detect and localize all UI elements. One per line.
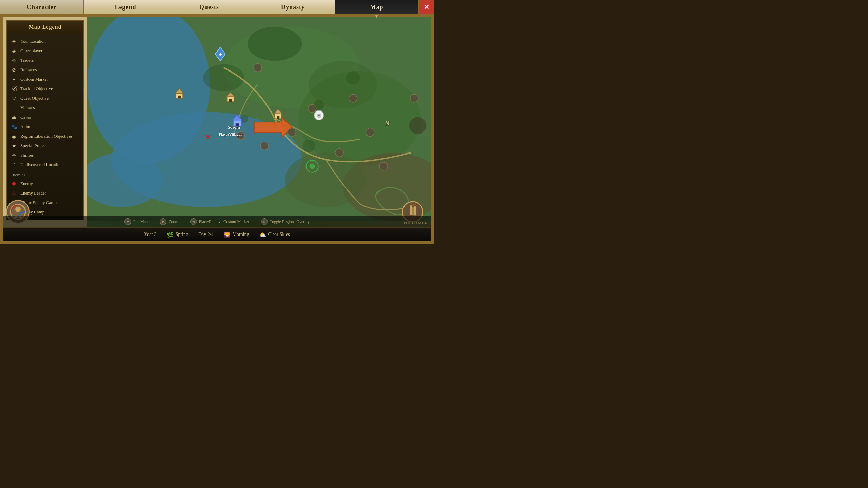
legend-undiscovered-location: ? Undiscovered Location bbox=[10, 160, 80, 169]
hint-pan-map-label: Pan Map bbox=[133, 219, 148, 224]
shrines-icon: ❋ bbox=[10, 151, 18, 159]
copper-ore-icon: ◆ bbox=[318, 56, 325, 63]
legend-shrines: ❋ Shrines bbox=[10, 150, 80, 160]
info-panel: ⊕ Enjirō Rebels Region Liberation benefi… bbox=[313, 20, 428, 68]
weather-icon: ⛅ bbox=[259, 231, 266, 238]
hint-toggle-regions-btn: R bbox=[261, 218, 268, 225]
legend-other-player: ◈ Other player bbox=[10, 46, 80, 56]
region-name: Enjirō Rebels Region bbox=[331, 26, 380, 32]
hint-bar: 🖱 Pan Map 🖱 Zoom 🖱 Place/Remove Custom M… bbox=[3, 216, 431, 227]
region-icon: ⊕ bbox=[318, 24, 328, 34]
legend-your-location: ⊕ Your Location bbox=[10, 37, 80, 46]
legend-villages: ⌂ Villages bbox=[10, 103, 80, 113]
status-weather: ⛅ Clear Skies bbox=[259, 231, 290, 238]
custom-marker-icon: ✦ bbox=[10, 76, 18, 83]
legend-enemy-leader: ☠ Enemy Leader bbox=[10, 188, 80, 198]
caves-icon: ⛰ bbox=[10, 114, 18, 121]
status-day: Day 2/4 bbox=[198, 232, 214, 237]
copper-ore-item: ◆ Copper Ore bbox=[318, 56, 348, 63]
status-time: 🌄 Morning bbox=[224, 231, 249, 238]
svg-rect-55 bbox=[414, 206, 416, 216]
svg-rect-53 bbox=[410, 205, 412, 215]
status-year: Year 3 bbox=[144, 232, 156, 237]
hint-pan-map-btn: 🖱 bbox=[124, 218, 131, 225]
legend-animals: 🐾 Animals bbox=[10, 122, 80, 131]
tin-ore-label: Tin Ore bbox=[363, 57, 377, 62]
special-projects-icon: ★ bbox=[10, 142, 18, 149]
hint-zoom-label: Zoom bbox=[169, 219, 178, 224]
legend-custom-marker: ✦ Custom Marker bbox=[10, 75, 80, 84]
hint-toggle-regions: R Toggle Regions Overlay bbox=[261, 218, 310, 225]
copper-ore-label: Copper Ore bbox=[327, 57, 348, 62]
close-button[interactable]: ✕ bbox=[419, 0, 434, 14]
tin-ore-item: ◆ Tin Ore bbox=[354, 56, 377, 63]
status-season-label: Spring bbox=[176, 232, 188, 237]
hint-custom-marker-btn: 🖱 bbox=[190, 218, 197, 225]
resources-row: ◆ Copper Ore ◆ Tin Ore bbox=[318, 56, 422, 63]
liberation-objectives-icon: ◉ bbox=[10, 133, 18, 140]
tab-map[interactable]: Map bbox=[335, 0, 419, 14]
legend-title: Map Legend bbox=[7, 21, 83, 34]
main-content: ◈ bbox=[0, 15, 434, 244]
refugees-icon: ⊘ bbox=[10, 66, 18, 74]
legend-special-projects: ★ Special Projects bbox=[10, 141, 80, 150]
legend-tracked-objective: 🏹 Tracked Objective bbox=[10, 84, 80, 94]
undiscovered-location-icon: ? bbox=[10, 161, 18, 168]
tin-ore-icon: ◆ bbox=[354, 56, 361, 63]
enemy-icon: ⬟ bbox=[10, 180, 18, 187]
traders-icon: ⊗ bbox=[10, 57, 18, 64]
enemy-leader-icon: ☠ bbox=[10, 189, 18, 197]
hint-custom-marker-label: Place/Remove Custom Marker bbox=[199, 219, 249, 224]
status-year-label: Year 3 bbox=[144, 232, 156, 237]
tab-legend[interactable]: Legend bbox=[84, 0, 167, 14]
legend-items: ⊕ Your Location ◈ Other player ⊗ Traders… bbox=[7, 34, 83, 220]
hint-pan-map: 🖱 Pan Map bbox=[124, 218, 148, 225]
legend-liberation-objectives: ◉ Region Liberation Objectives bbox=[10, 131, 80, 141]
status-bar: Year 3 🌿 Spring Day 2/4 🌄 Morning ⛅ Clea… bbox=[3, 227, 431, 241]
status-time-label: Morning bbox=[233, 232, 249, 237]
status-season: 🌿 Spring bbox=[167, 231, 188, 238]
tab-dynasty[interactable]: Dynasty bbox=[251, 0, 335, 14]
legend-traders: ⊗ Traders bbox=[10, 56, 80, 65]
resources-label: Villager Resource Sources bbox=[318, 49, 422, 54]
tracked-objective-icon: 🏹 bbox=[10, 85, 18, 93]
info-panel-header: ⊕ Enjirō Rebels Region bbox=[313, 21, 427, 37]
hint-zoom: 🖱 Zoom bbox=[160, 218, 178, 225]
other-player-icon: ◈ bbox=[10, 47, 18, 55]
legend-refugees: ⊘ Refugees bbox=[10, 65, 80, 75]
liberation-benefits-label: Liberation benefits: bbox=[318, 41, 422, 46]
tab-quests[interactable]: Quests bbox=[167, 0, 251, 14]
tab-character[interactable]: Character bbox=[0, 0, 84, 14]
status-day-label: Day 2/4 bbox=[198, 232, 214, 237]
your-location-icon: ⊕ bbox=[10, 38, 18, 45]
legend-panel: Map Legend ⊕ Your Location ◈ Other playe… bbox=[6, 20, 84, 220]
hint-toggle-regions-label: Toggle Regions Overlay bbox=[270, 219, 310, 224]
legend-caves: ⛰ Caves bbox=[10, 113, 80, 122]
legend-quest-objective: ▽ Quest Objective bbox=[10, 94, 80, 103]
hint-custom-marker: 🖱 Place/Remove Custom Marker bbox=[190, 218, 249, 225]
time-icon: 🌄 bbox=[224, 231, 231, 238]
quest-objective-icon: ▽ bbox=[10, 95, 18, 102]
season-icon: 🌿 bbox=[167, 231, 174, 238]
animals-icon: 🐾 bbox=[10, 123, 18, 130]
svg-rect-54 bbox=[412, 207, 414, 215]
status-weather-label: Clear Skies bbox=[268, 232, 290, 237]
watermark: THEGAMER bbox=[403, 221, 428, 225]
hint-zoom-btn: 🖱 bbox=[160, 218, 166, 225]
enemies-section-title: Enemies bbox=[10, 172, 80, 178]
legend-enemy: ⬟ Enemy bbox=[10, 179, 80, 188]
navigation-bar: Character Legend Quests Dynasty Map ✕ bbox=[0, 0, 434, 15]
villages-icon: ⌂ bbox=[10, 104, 18, 111]
info-panel-body: Liberation benefits: Villager Resource S… bbox=[313, 37, 427, 67]
svg-point-51 bbox=[15, 207, 21, 212]
